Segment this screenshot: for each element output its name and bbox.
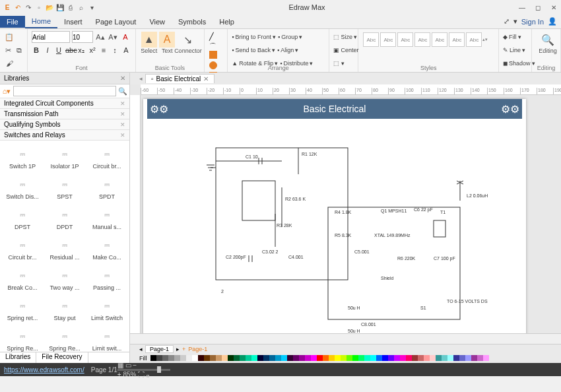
shape-item[interactable]: ⎓SPST	[44, 174, 86, 201]
fit-page-icon[interactable]: ⛶	[138, 371, 145, 378]
page-tab[interactable]: Page-1	[145, 345, 174, 353]
fill-swatch[interactable]	[287, 355, 293, 361]
style-gallery-scroll[interactable]: ▴▾	[482, 32, 489, 48]
new-icon[interactable]: ▫	[34, 3, 44, 12]
fill-swatch[interactable]	[352, 355, 358, 361]
line-button[interactable]: ✎ Line ▾	[503, 46, 525, 55]
shape-item[interactable]: ⎓Manual s...	[86, 204, 128, 232]
fill-swatch[interactable]	[483, 355, 489, 361]
tab-page-layout[interactable]: Page Layout	[89, 16, 143, 28]
file-menu[interactable]: File	[0, 16, 25, 28]
fill-swatch[interactable]	[388, 355, 394, 361]
cut-icon[interactable]: ✂	[4, 45, 13, 55]
shape-item[interactable]: ⎓DPST	[1, 204, 44, 232]
fill-swatch[interactable]	[156, 355, 162, 361]
collapse-ribbon-icon[interactable]: ⤢	[504, 17, 510, 26]
bring-front-button[interactable]: ▪ Bring to Front ▾	[232, 32, 276, 42]
shape-item[interactable]: ⎓Stay put	[44, 295, 86, 323]
shape-item[interactable]: ⎓Passing ...	[86, 265, 128, 292]
format-painter-icon[interactable]: 🖌	[4, 58, 15, 69]
qat-more-icon[interactable]: ▾	[87, 3, 96, 12]
search-icon[interactable]: 🔍	[117, 86, 128, 96]
library-category[interactable]: Transmission Path✕	[0, 109, 129, 119]
fill-swatch[interactable]	[370, 355, 376, 361]
library-category[interactable]: Qualifying Symbols✕	[0, 119, 129, 130]
sign-in-link[interactable]: Sign In	[521, 18, 544, 26]
fill-swatch[interactable]	[281, 355, 287, 361]
copy-icon[interactable]: ⧉	[15, 45, 23, 55]
fill-swatch[interactable]	[222, 355, 228, 361]
fill-swatch[interactable]	[228, 355, 234, 361]
bullets-button[interactable]: ≡	[99, 46, 108, 54]
fill-swatch[interactable]	[335, 355, 341, 361]
fill-swatch[interactable]	[299, 355, 305, 361]
select-tool[interactable]: ▲Select	[140, 30, 158, 54]
shape-item[interactable]: ⎓Limit swit...	[86, 325, 128, 352]
fill-swatch[interactable]	[269, 355, 275, 361]
open-icon[interactable]: 📂	[45, 3, 54, 12]
center-button[interactable]: ▣ Center	[333, 46, 358, 55]
fill-swatch[interactable]	[329, 355, 335, 361]
style-preset[interactable]: Abc	[414, 32, 430, 47]
library-category[interactable]: Switches and Relays✕	[0, 130, 129, 141]
fill-swatch[interactable]	[394, 355, 400, 361]
fill-swatch[interactable]	[180, 355, 186, 361]
size-button[interactable]: ⬚ Size ▾	[333, 32, 357, 42]
subscript-button[interactable]: x₂	[77, 46, 86, 55]
fill-swatch[interactable]	[162, 355, 168, 361]
shape-item[interactable]: ⎓Break Co...	[1, 265, 44, 292]
font-family-select[interactable]	[32, 31, 70, 43]
fill-swatch[interactable]	[424, 355, 430, 361]
paste-icon[interactable]: 📋	[4, 32, 15, 42]
fill-swatch[interactable]	[311, 355, 317, 361]
style-preset[interactable]: Abc	[363, 32, 379, 47]
strike-button[interactable]: abc	[65, 46, 75, 54]
bold-button[interactable]: B	[32, 46, 41, 54]
add-page-icon[interactable]: +	[182, 346, 185, 352]
help-icon[interactable]: ▾	[513, 17, 517, 26]
fill-swatch[interactable]	[204, 355, 210, 361]
page-tab-next-icon[interactable]: ▸	[176, 346, 180, 352]
font-size-select[interactable]	[72, 31, 93, 43]
drawing-page[interactable]: ⚙⚙ Basic Electrical ⚙⚙ C1 10 R1 12K R2 6…	[143, 99, 526, 333]
fill-swatch[interactable]	[257, 355, 263, 361]
fill-swatch[interactable]	[246, 355, 251, 361]
fill-swatch[interactable]	[358, 355, 364, 361]
fill-swatch[interactable]	[216, 355, 222, 361]
fill-swatch[interactable]	[186, 355, 192, 361]
library-search-input[interactable]	[13, 86, 116, 96]
fill-swatch[interactable]	[436, 355, 442, 361]
fill-swatch[interactable]	[376, 355, 382, 361]
zoom-slider[interactable]	[117, 369, 170, 371]
tab-insert[interactable]: Insert	[57, 16, 89, 28]
connector-tool[interactable]: ↘Connector	[176, 30, 200, 54]
underline-button[interactable]: U	[54, 46, 63, 54]
fill-swatch[interactable]	[442, 355, 447, 361]
tab-home[interactable]: Home	[25, 15, 57, 28]
fill-swatch[interactable]	[251, 355, 257, 361]
user-icon[interactable]: 👤	[548, 17, 557, 26]
font-color-icon[interactable]: A	[120, 32, 131, 42]
shape-item[interactable]: ⎓Make Co...	[86, 234, 128, 262]
fullscreen-icon[interactable]: ◻	[147, 371, 150, 378]
shape-item[interactable]: ⎓Two way ...	[44, 265, 86, 292]
fill-swatch[interactable]	[382, 355, 388, 361]
page-tab-alt[interactable]: Page-1	[188, 346, 207, 352]
fill-swatch[interactable]	[453, 355, 459, 361]
fill-swatch[interactable]	[168, 355, 174, 361]
fill-swatch[interactable]	[412, 355, 418, 361]
home-icon[interactable]: ⌂▾	[1, 86, 12, 96]
italic-button[interactable]: I	[43, 46, 52, 54]
shape-item[interactable]: ⎓Circuit br...	[1, 234, 44, 262]
fill-swatch[interactable]	[406, 355, 412, 361]
tab-help[interactable]: Help	[213, 16, 241, 28]
fill-swatch[interactable]	[341, 355, 346, 361]
shape-arc-icon[interactable]: ⌒	[209, 42, 217, 49]
fill-swatch[interactable]	[210, 355, 216, 361]
doc-tab-close-icon[interactable]: ✕	[203, 75, 209, 82]
shape-circle-icon[interactable]	[209, 61, 217, 69]
shape-item[interactable]: ⎓Circuit br...	[86, 143, 128, 171]
fill-swatch[interactable]	[364, 355, 370, 361]
shape-item[interactable]: ⎓Spring Re...	[44, 325, 86, 352]
shape-item[interactable]: ⎓Residual ...	[44, 234, 86, 262]
